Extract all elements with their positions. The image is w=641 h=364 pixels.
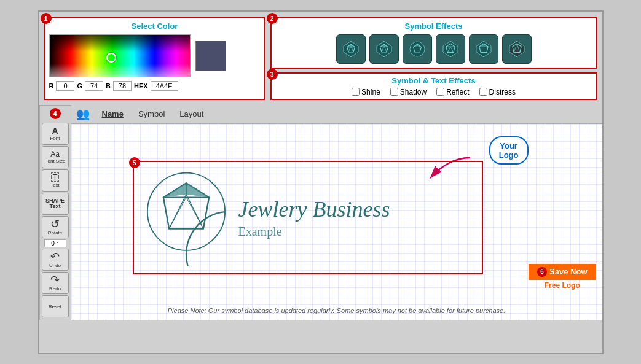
symbol-icons-row [275, 34, 592, 64]
symbol-icon-6[interactable] [502, 34, 532, 64]
reflect-checkbox-label[interactable]: Reflect [436, 88, 469, 96]
free-logo-text: Free Logo [545, 281, 580, 290]
main-container: 1 Select Color R G B [38, 10, 604, 354]
symbol-icon-5[interactable] [469, 34, 498, 64]
rotate-icon: ↺ [50, 219, 60, 230]
tab-symbol[interactable]: Symbol [136, 108, 167, 120]
font-size-label: Font Size [45, 158, 66, 164]
tab-name[interactable]: Name [100, 108, 126, 120]
symbol-effects-panel: 2 Symbol Effects [270, 17, 597, 69]
save-now-button[interactable]: 6 Save Now [529, 264, 596, 280]
font-label: Font [50, 136, 60, 141]
badge-4: 4 [50, 108, 61, 119]
rotate-label: Rotate [48, 230, 63, 236]
distress-checkbox[interactable] [479, 88, 487, 96]
g-input[interactable] [85, 81, 103, 91]
shine-checkbox-label[interactable]: Shine [352, 88, 380, 96]
redo-label: Redo [49, 286, 61, 292]
tab-layout[interactable]: Layout [177, 108, 206, 120]
logo-symbol [146, 168, 226, 266]
font-size-icon: Aa [50, 150, 60, 158]
symbol-icon-4[interactable] [436, 34, 465, 64]
save-area: 6 Save Now Free Logo [529, 264, 596, 290]
b-label: B [106, 82, 111, 90]
rotate-button[interactable]: ↺ Rotate [42, 216, 69, 238]
shadow-checkbox[interactable] [390, 88, 398, 96]
redo-icon: ↷ [50, 274, 60, 285]
font-button[interactable]: A Font [42, 123, 69, 145]
logo-design-box: 5 [133, 161, 483, 274]
undo-icon: ↶ [50, 251, 60, 262]
font-icon: A [52, 126, 58, 135]
r-input[interactable] [56, 81, 74, 91]
canvas-area: 👥 Name Symbol Layout YourLogo [71, 105, 602, 320]
color-panel: 1 Select Color R G B [44, 17, 265, 100]
symbol-text-effects: 3 Symbol & Text Effects Shine Shadow Ref… [270, 72, 597, 100]
text-button[interactable]: T Text [42, 169, 69, 192]
text-label: Text [50, 182, 60, 188]
r-label: R [49, 82, 54, 90]
logo-text-area: Jewlery Business Example [238, 196, 390, 239]
your-logo-badge: YourLogo [489, 136, 529, 165]
reflect-checkbox[interactable] [436, 88, 444, 96]
color-gradient[interactable] [49, 34, 191, 77]
rotate-value-input[interactable] [44, 239, 66, 247]
tab-users-icon: 👥 [76, 107, 90, 121]
color-preview [195, 41, 226, 71]
shine-checkbox[interactable] [352, 88, 360, 96]
hex-label: HEX [134, 82, 148, 90]
notice-text: Please Note: Our symbol database is upda… [71, 307, 602, 314]
right-panel: 2 Symbol Effects [270, 17, 597, 100]
badge-3: 3 [267, 69, 278, 80]
color-cursor [106, 53, 116, 63]
reset-button[interactable]: Reset [42, 295, 69, 317]
symbol-icon-2[interactable] [369, 34, 399, 64]
symbol-icon-1[interactable] [336, 34, 366, 64]
b-input[interactable] [113, 81, 132, 91]
canvas-wrapper[interactable]: YourLogo 5 [71, 124, 602, 320]
shadow-checkbox-label[interactable]: Shadow [390, 88, 427, 96]
canvas-tabs: 👥 Name Symbol Layout [71, 105, 602, 124]
logo-sub-text: Example [238, 225, 390, 239]
redo-button[interactable]: ↷ Redo [42, 272, 69, 294]
distress-checkbox-label[interactable]: Distress [479, 88, 516, 96]
color-panel-inner [49, 34, 261, 77]
color-inputs: R G B HEX [49, 81, 261, 91]
color-panel-title: Select Color [49, 21, 261, 31]
reset-label: Reset [49, 304, 61, 309]
svg-line-29 [169, 198, 186, 229]
svg-line-30 [186, 198, 203, 229]
g-label: G [77, 82, 82, 90]
shape-text-button[interactable]: SHAPEText [42, 193, 69, 215]
shape-text-icon: SHAPEText [45, 198, 65, 209]
sidebar: 4 A Font Aa Font Size T Text SHAPEText [39, 105, 71, 320]
text-icon: T [51, 172, 60, 182]
symbol-icon-3[interactable] [403, 34, 432, 64]
badge-6: 6 [537, 267, 547, 277]
undo-label: Undo [49, 263, 61, 268]
save-now-label: Save Now [549, 267, 587, 276]
symbol-effects-title: Symbol Effects [275, 21, 592, 31]
symbol-text-effects-title: Symbol & Text Effects [277, 76, 591, 85]
effects-checkboxes: Shine Shadow Reflect Distress [277, 88, 591, 96]
badge-5: 5 [129, 157, 140, 168]
badge-1: 1 [41, 13, 52, 24]
logo-main-text: Jewlery Business [238, 196, 390, 222]
badge-2: 2 [267, 13, 278, 24]
undo-button[interactable]: ↶ Undo [42, 249, 69, 271]
top-section: 1 Select Color R G B [39, 12, 602, 105]
hex-input[interactable] [151, 81, 178, 91]
font-size-button[interactable]: Aa Font Size [42, 146, 69, 168]
middle-section: 4 A Font Aa Font Size T Text SHAPEText [39, 105, 602, 320]
